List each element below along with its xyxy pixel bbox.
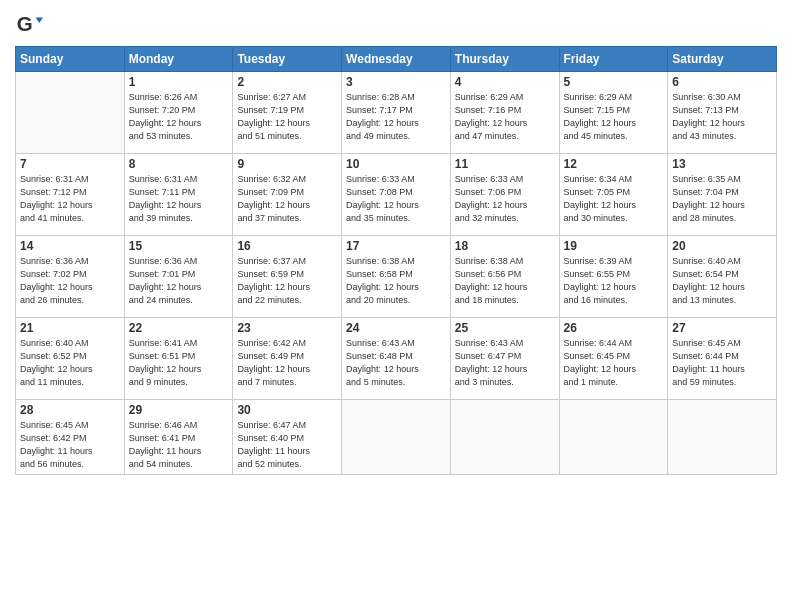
day-number: 5 <box>564 75 664 89</box>
calendar-cell: 27Sunrise: 6:45 AM Sunset: 6:44 PM Dayli… <box>668 318 777 400</box>
day-info: Sunrise: 6:29 AM Sunset: 7:16 PM Dayligh… <box>455 91 555 143</box>
day-info: Sunrise: 6:27 AM Sunset: 7:19 PM Dayligh… <box>237 91 337 143</box>
week-row-5: 28Sunrise: 6:45 AM Sunset: 6:42 PM Dayli… <box>16 400 777 475</box>
day-info: Sunrise: 6:45 AM Sunset: 6:44 PM Dayligh… <box>672 337 772 389</box>
weekday-header-saturday: Saturday <box>668 47 777 72</box>
logo-icon: G <box>15 10 43 38</box>
calendar-cell <box>16 72 125 154</box>
week-row-1: 1Sunrise: 6:26 AM Sunset: 7:20 PM Daylig… <box>16 72 777 154</box>
day-info: Sunrise: 6:33 AM Sunset: 7:08 PM Dayligh… <box>346 173 446 225</box>
day-info: Sunrise: 6:32 AM Sunset: 7:09 PM Dayligh… <box>237 173 337 225</box>
day-info: Sunrise: 6:43 AM Sunset: 6:48 PM Dayligh… <box>346 337 446 389</box>
weekday-header-wednesday: Wednesday <box>342 47 451 72</box>
calendar-cell: 9Sunrise: 6:32 AM Sunset: 7:09 PM Daylig… <box>233 154 342 236</box>
calendar-cell: 10Sunrise: 6:33 AM Sunset: 7:08 PM Dayli… <box>342 154 451 236</box>
calendar-cell: 7Sunrise: 6:31 AM Sunset: 7:12 PM Daylig… <box>16 154 125 236</box>
calendar-cell: 8Sunrise: 6:31 AM Sunset: 7:11 PM Daylig… <box>124 154 233 236</box>
weekday-header-tuesday: Tuesday <box>233 47 342 72</box>
calendar-cell: 24Sunrise: 6:43 AM Sunset: 6:48 PM Dayli… <box>342 318 451 400</box>
day-number: 15 <box>129 239 229 253</box>
day-info: Sunrise: 6:38 AM Sunset: 6:56 PM Dayligh… <box>455 255 555 307</box>
week-row-4: 21Sunrise: 6:40 AM Sunset: 6:52 PM Dayli… <box>16 318 777 400</box>
day-number: 25 <box>455 321 555 335</box>
day-info: Sunrise: 6:34 AM Sunset: 7:05 PM Dayligh… <box>564 173 664 225</box>
calendar-cell: 23Sunrise: 6:42 AM Sunset: 6:49 PM Dayli… <box>233 318 342 400</box>
calendar-cell: 4Sunrise: 6:29 AM Sunset: 7:16 PM Daylig… <box>450 72 559 154</box>
day-info: Sunrise: 6:36 AM Sunset: 7:01 PM Dayligh… <box>129 255 229 307</box>
calendar-cell <box>668 400 777 475</box>
calendar-cell: 12Sunrise: 6:34 AM Sunset: 7:05 PM Dayli… <box>559 154 668 236</box>
weekday-header-monday: Monday <box>124 47 233 72</box>
calendar-cell: 20Sunrise: 6:40 AM Sunset: 6:54 PM Dayli… <box>668 236 777 318</box>
day-info: Sunrise: 6:29 AM Sunset: 7:15 PM Dayligh… <box>564 91 664 143</box>
day-number: 20 <box>672 239 772 253</box>
calendar-cell: 18Sunrise: 6:38 AM Sunset: 6:56 PM Dayli… <box>450 236 559 318</box>
day-number: 21 <box>20 321 120 335</box>
calendar-cell: 2Sunrise: 6:27 AM Sunset: 7:19 PM Daylig… <box>233 72 342 154</box>
day-info: Sunrise: 6:26 AM Sunset: 7:20 PM Dayligh… <box>129 91 229 143</box>
weekday-header-row: SundayMondayTuesdayWednesdayThursdayFrid… <box>16 47 777 72</box>
day-number: 22 <box>129 321 229 335</box>
day-number: 26 <box>564 321 664 335</box>
day-number: 8 <box>129 157 229 171</box>
header: G <box>15 10 777 38</box>
calendar-cell: 1Sunrise: 6:26 AM Sunset: 7:20 PM Daylig… <box>124 72 233 154</box>
day-info: Sunrise: 6:39 AM Sunset: 6:55 PM Dayligh… <box>564 255 664 307</box>
calendar-cell: 16Sunrise: 6:37 AM Sunset: 6:59 PM Dayli… <box>233 236 342 318</box>
weekday-header-thursday: Thursday <box>450 47 559 72</box>
day-info: Sunrise: 6:30 AM Sunset: 7:13 PM Dayligh… <box>672 91 772 143</box>
logo: G <box>15 10 47 38</box>
calendar-cell: 14Sunrise: 6:36 AM Sunset: 7:02 PM Dayli… <box>16 236 125 318</box>
day-info: Sunrise: 6:36 AM Sunset: 7:02 PM Dayligh… <box>20 255 120 307</box>
calendar-cell: 17Sunrise: 6:38 AM Sunset: 6:58 PM Dayli… <box>342 236 451 318</box>
day-number: 30 <box>237 403 337 417</box>
calendar-cell: 19Sunrise: 6:39 AM Sunset: 6:55 PM Dayli… <box>559 236 668 318</box>
day-number: 11 <box>455 157 555 171</box>
week-row-2: 7Sunrise: 6:31 AM Sunset: 7:12 PM Daylig… <box>16 154 777 236</box>
day-number: 19 <box>564 239 664 253</box>
day-info: Sunrise: 6:38 AM Sunset: 6:58 PM Dayligh… <box>346 255 446 307</box>
calendar-cell: 3Sunrise: 6:28 AM Sunset: 7:17 PM Daylig… <box>342 72 451 154</box>
day-number: 27 <box>672 321 772 335</box>
calendar-cell: 21Sunrise: 6:40 AM Sunset: 6:52 PM Dayli… <box>16 318 125 400</box>
day-info: Sunrise: 6:40 AM Sunset: 6:54 PM Dayligh… <box>672 255 772 307</box>
day-info: Sunrise: 6:31 AM Sunset: 7:12 PM Dayligh… <box>20 173 120 225</box>
day-info: Sunrise: 6:46 AM Sunset: 6:41 PM Dayligh… <box>129 419 229 471</box>
day-info: Sunrise: 6:33 AM Sunset: 7:06 PM Dayligh… <box>455 173 555 225</box>
calendar-cell: 26Sunrise: 6:44 AM Sunset: 6:45 PM Dayli… <box>559 318 668 400</box>
day-info: Sunrise: 6:44 AM Sunset: 6:45 PM Dayligh… <box>564 337 664 389</box>
calendar-cell: 13Sunrise: 6:35 AM Sunset: 7:04 PM Dayli… <box>668 154 777 236</box>
calendar-cell: 25Sunrise: 6:43 AM Sunset: 6:47 PM Dayli… <box>450 318 559 400</box>
calendar-cell: 30Sunrise: 6:47 AM Sunset: 6:40 PM Dayli… <box>233 400 342 475</box>
week-row-3: 14Sunrise: 6:36 AM Sunset: 7:02 PM Dayli… <box>16 236 777 318</box>
day-info: Sunrise: 6:40 AM Sunset: 6:52 PM Dayligh… <box>20 337 120 389</box>
calendar-cell <box>342 400 451 475</box>
day-info: Sunrise: 6:43 AM Sunset: 6:47 PM Dayligh… <box>455 337 555 389</box>
day-number: 2 <box>237 75 337 89</box>
day-info: Sunrise: 6:41 AM Sunset: 6:51 PM Dayligh… <box>129 337 229 389</box>
weekday-header-friday: Friday <box>559 47 668 72</box>
day-number: 14 <box>20 239 120 253</box>
day-number: 4 <box>455 75 555 89</box>
day-number: 1 <box>129 75 229 89</box>
day-info: Sunrise: 6:47 AM Sunset: 6:40 PM Dayligh… <box>237 419 337 471</box>
calendar: SundayMondayTuesdayWednesdayThursdayFrid… <box>15 46 777 475</box>
page: G SundayMondayTuesdayWednesdayThursdayFr… <box>0 0 792 612</box>
day-info: Sunrise: 6:37 AM Sunset: 6:59 PM Dayligh… <box>237 255 337 307</box>
calendar-cell: 22Sunrise: 6:41 AM Sunset: 6:51 PM Dayli… <box>124 318 233 400</box>
day-number: 10 <box>346 157 446 171</box>
calendar-cell: 6Sunrise: 6:30 AM Sunset: 7:13 PM Daylig… <box>668 72 777 154</box>
calendar-cell: 15Sunrise: 6:36 AM Sunset: 7:01 PM Dayli… <box>124 236 233 318</box>
calendar-cell: 28Sunrise: 6:45 AM Sunset: 6:42 PM Dayli… <box>16 400 125 475</box>
calendar-cell: 11Sunrise: 6:33 AM Sunset: 7:06 PM Dayli… <box>450 154 559 236</box>
day-number: 24 <box>346 321 446 335</box>
day-number: 13 <box>672 157 772 171</box>
day-number: 16 <box>237 239 337 253</box>
day-number: 9 <box>237 157 337 171</box>
svg-text:G: G <box>17 12 33 35</box>
day-number: 12 <box>564 157 664 171</box>
day-number: 3 <box>346 75 446 89</box>
calendar-cell <box>559 400 668 475</box>
weekday-header-sunday: Sunday <box>16 47 125 72</box>
calendar-cell: 29Sunrise: 6:46 AM Sunset: 6:41 PM Dayli… <box>124 400 233 475</box>
